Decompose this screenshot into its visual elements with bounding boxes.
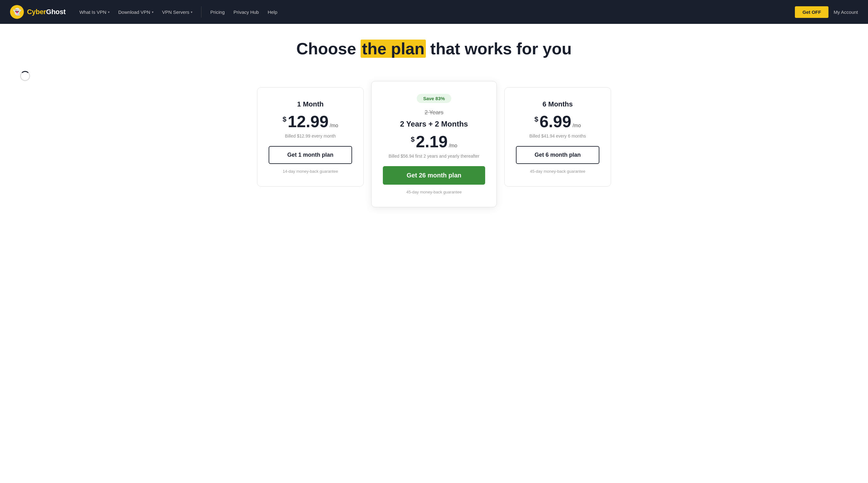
nav-item-vpn-servers[interactable]: VPN Servers ▾ bbox=[158, 7, 196, 17]
nav-right: Get OFF My Account bbox=[795, 6, 858, 18]
pricing-cards: 1 Month $ 12.99 /mo Billed $12.99 every … bbox=[230, 87, 638, 207]
chevron-down-icon: ▾ bbox=[191, 10, 192, 14]
loading-spinner bbox=[20, 71, 30, 81]
get-1-month-plan-button[interactable]: Get 1 month plan bbox=[269, 146, 352, 164]
billed-text: Billed $12.99 every month bbox=[285, 134, 336, 139]
plan-name-strikethrough: 2 Years bbox=[425, 109, 443, 116]
logo[interactable]: 👻 CyberGhost bbox=[10, 5, 66, 19]
guarantee-text: 45-day money-back guarantee bbox=[530, 169, 585, 174]
price-amount: 6.99 bbox=[539, 113, 571, 130]
get-26-month-plan-button[interactable]: Get 26 month plan bbox=[383, 166, 485, 184]
page-title: Choose the plan that works for you bbox=[7, 39, 861, 58]
price-per: /mo bbox=[330, 123, 338, 129]
price-dollar: $ bbox=[411, 135, 414, 144]
price-dollar: $ bbox=[534, 115, 538, 123]
nav-item-privacy-hub[interactable]: Privacy Hub bbox=[230, 7, 263, 17]
price-row: $ 6.99 /mo bbox=[534, 113, 581, 130]
logo-icon: 👻 bbox=[10, 5, 24, 19]
nav-divider bbox=[201, 6, 202, 18]
price-amount: 2.19 bbox=[416, 134, 447, 150]
billed-text: Billed $41.94 every 6 months bbox=[529, 134, 586, 139]
nav-links: What Is VPN ▾ Download VPN ▾ VPN Servers… bbox=[75, 6, 795, 18]
chevron-down-icon: ▾ bbox=[108, 10, 110, 14]
navigation: 👻 CyberGhost What Is VPN ▾ Download VPN … bbox=[0, 0, 868, 24]
price-per: /mo bbox=[449, 143, 457, 148]
nav-item-what-is-vpn[interactable]: What Is VPN ▾ bbox=[75, 7, 113, 17]
main-content: Choose the plan that works for you 1 Mon… bbox=[0, 24, 868, 483]
save-badge: Save 83% bbox=[417, 94, 451, 103]
billed-text: Billed $56.94 first 2 years and yearly t… bbox=[389, 153, 479, 159]
price-per: /mo bbox=[572, 123, 581, 129]
plan-name: 6 Months bbox=[542, 100, 573, 108]
price-row: $ 2.19 /mo bbox=[411, 134, 457, 150]
nav-item-pricing[interactable]: Pricing bbox=[207, 7, 228, 17]
nav-item-help[interactable]: Help bbox=[264, 7, 281, 17]
guarantee-text: 45-day money-back guarantee bbox=[406, 190, 462, 194]
guarantee-text: 14-day money-back guarantee bbox=[283, 169, 338, 174]
chevron-down-icon: ▾ bbox=[152, 10, 153, 14]
get-off-button[interactable]: Get OFF bbox=[795, 6, 829, 18]
plan-name: 1 Month bbox=[297, 100, 323, 108]
plan-subtitle: 2 Years + 2 Months bbox=[400, 120, 468, 129]
price-amount: 12.99 bbox=[288, 113, 329, 130]
get-6-month-plan-button[interactable]: Get 6 month plan bbox=[516, 146, 599, 164]
plan-card-6-months: 6 Months $ 6.99 /mo Billed $41.94 every … bbox=[504, 87, 611, 187]
logo-text: CyberGhost bbox=[27, 8, 66, 16]
plan-card-1-month: 1 Month $ 12.99 /mo Billed $12.99 every … bbox=[257, 87, 364, 187]
my-account-link[interactable]: My Account bbox=[834, 9, 858, 15]
price-dollar: $ bbox=[282, 115, 286, 123]
plan-card-2-years: Save 83% 2 Years 2 Years + 2 Months $ 2.… bbox=[371, 81, 497, 207]
nav-item-download-vpn[interactable]: Download VPN ▾ bbox=[115, 7, 157, 17]
price-row: $ 12.99 /mo bbox=[282, 113, 338, 130]
